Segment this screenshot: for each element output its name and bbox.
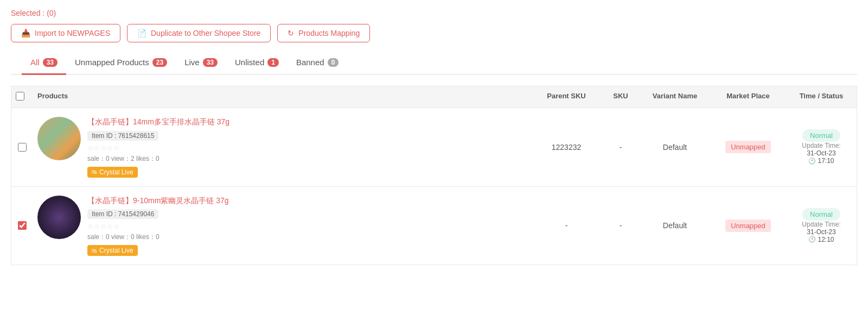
tab-unmapped-badge: 23 (152, 58, 167, 67)
row1-time-status: Normal Update Time: 31-Oct-23 🕐 17:10 (786, 129, 857, 165)
import-icon: 📥 (21, 29, 30, 37)
row1-store-name: Crystal Live (99, 168, 133, 176)
row1-checkbox[interactable] (18, 143, 27, 152)
row1-update-time: 🕐 17:10 (790, 157, 852, 165)
row2-sku: - (602, 221, 640, 230)
tab-banned-badge: 0 (328, 58, 339, 67)
tab-unmapped[interactable]: Unmapped Products 23 (66, 51, 176, 75)
tab-unlisted[interactable]: Unlisted 1 (226, 51, 288, 75)
mapping-icon: ↻ (288, 29, 294, 37)
tabs-bar: All 33 Unmapped Products 23 Live 33 Unli… (11, 51, 857, 75)
row1-product-info: 【水晶手链】14mm多宝手排水晶手链 37g Item ID : 7615428… (87, 117, 527, 178)
row2-store-name: Crystal Live (99, 247, 133, 254)
row2-unmapped-badge: Unmapped (725, 219, 771, 232)
row2-product-image (37, 196, 81, 239)
tab-live[interactable]: Live 33 (176, 51, 226, 75)
import-button[interactable]: 📥 Import to NEWPAGES (11, 24, 120, 42)
table-row: 【水晶手链】9-10mm紫幽灵水晶手链 37g Item ID : 741542… (11, 187, 857, 266)
row2-stats: sale：0 view：0 likes：0 (87, 233, 527, 242)
row1-checkbox-cell (11, 143, 33, 152)
mapping-button[interactable]: ↻ Products Mapping (277, 24, 370, 42)
row1-product-name[interactable]: 【水晶手链】14mm多宝手排水晶手链 37g (87, 117, 527, 128)
th-checkbox (11, 92, 33, 102)
row2-store-badge[interactable]: 🛍 Crystal Live (87, 245, 138, 256)
row1-market-place: Unmapped (710, 141, 786, 153)
row1-item-id: Item ID : 7615428615 (87, 131, 158, 141)
row1-stars: ☆☆☆☆☆ (87, 144, 527, 152)
row1-unmapped-badge: Unmapped (725, 141, 771, 153)
th-sku: SKU (602, 92, 640, 102)
row2-status-badge: Normal (802, 208, 840, 221)
row1-parent-sku: 1223232 (531, 143, 602, 152)
products-table: Products Parent SKU SKU Variant Name Mar… (0, 86, 868, 265)
row2-product-info: 【水晶手链】9-10mm紫幽灵水晶手链 37g Item ID : 741542… (87, 196, 527, 256)
tab-live-badge: 33 (203, 58, 218, 67)
row2-parent-sku: - (531, 221, 602, 230)
row2-variant-name: Default (640, 221, 710, 230)
row2-product-cell: 【水晶手链】9-10mm紫幽灵水晶手链 37g Item ID : 741542… (33, 196, 531, 256)
row1-status-badge: Normal (802, 129, 840, 142)
row1-sku: - (602, 143, 640, 152)
selected-count: Selected : (0) (11, 9, 857, 17)
tab-unlisted-badge: 1 (267, 58, 279, 67)
table-header: Products Parent SKU SKU Variant Name Mar… (11, 86, 857, 108)
row2-checkbox-cell (11, 221, 33, 230)
row2-market-place: Unmapped (710, 219, 786, 232)
row2-stars: ☆☆☆☆☆ (87, 222, 527, 230)
row1-variant-name: Default (640, 143, 710, 152)
duplicate-icon: 📄 (137, 29, 146, 37)
row2-update-date: 31-Oct-23 (790, 228, 852, 236)
th-products: Products (33, 92, 531, 102)
select-all-checkbox[interactable] (16, 92, 24, 101)
tab-banned[interactable]: Banned 0 (288, 51, 347, 75)
row1-store-badge[interactable]: 🛍 Crystal Live (87, 167, 138, 178)
table-row: 【水晶手链】14mm多宝手排水晶手链 37g Item ID : 7615428… (11, 108, 857, 187)
row2-update-time: 🕐 12:10 (790, 236, 852, 243)
action-buttons: 📥 Import to NEWPAGES 📄 Duplicate to Othe… (11, 24, 857, 42)
store-icon: 🛍 (92, 248, 97, 254)
row1-update-label: Update Time: (790, 142, 852, 149)
th-variant-name: Variant Name (640, 92, 710, 102)
row1-product-image (37, 117, 81, 160)
top-bar: Selected : (0) 📥 Import to NEWPAGES 📄 Du… (0, 0, 868, 79)
row2-checkbox[interactable] (18, 221, 27, 230)
clock-icon: 🕐 (808, 158, 816, 165)
store-icon: 🛍 (92, 169, 97, 175)
duplicate-button[interactable]: 📄 Duplicate to Other Shopee Store (127, 24, 271, 42)
clock-icon: 🕐 (808, 236, 816, 243)
th-time-status: Time / Status (786, 92, 857, 102)
th-market-place: Market Place (710, 92, 786, 102)
tab-all-badge: 33 (43, 58, 58, 67)
row2-time-status: Normal Update Time: 31-Oct-23 🕐 12:10 (786, 208, 857, 243)
row1-stats: sale：0 view：2 likes：0 (87, 154, 527, 164)
row2-item-id: Item ID : 7415429046 (87, 209, 158, 219)
row1-update-date: 31-Oct-23 (790, 149, 852, 157)
th-parent-sku: Parent SKU (531, 92, 602, 102)
row2-product-name[interactable]: 【水晶手链】9-10mm紫幽灵水晶手链 37g (87, 196, 527, 206)
row1-product-cell: 【水晶手链】14mm多宝手排水晶手链 37g Item ID : 7615428… (33, 117, 531, 178)
tab-all[interactable]: All 33 (22, 51, 66, 75)
row2-update-label: Update Time: (790, 221, 852, 228)
